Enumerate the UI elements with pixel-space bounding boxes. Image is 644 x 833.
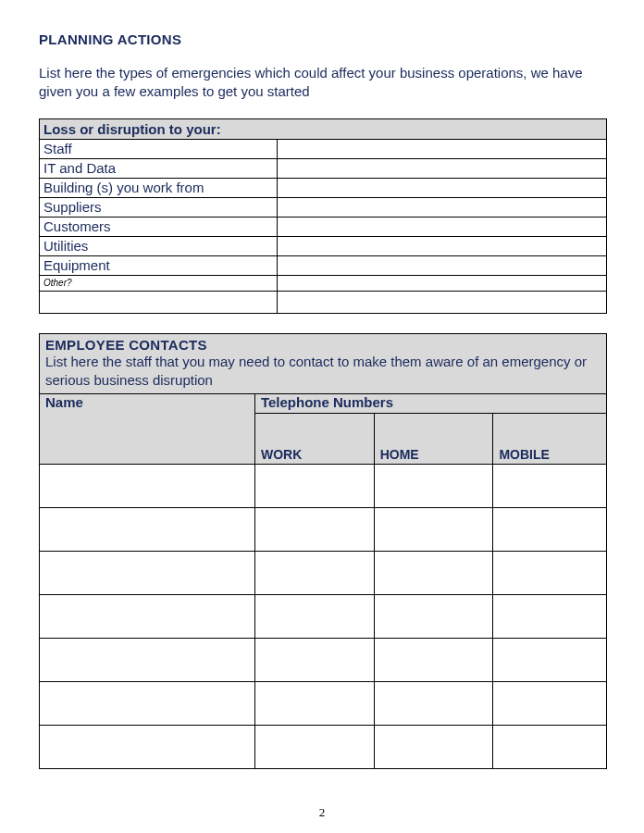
col-phone-header: Telephone Numbers [254,394,606,414]
mobile-cell[interactable] [493,682,607,726]
row-label: Customers [40,217,278,236]
contacts-title: EMPLOYEE CONTACTS [45,337,601,353]
row-value[interactable] [278,275,607,291]
name-cell[interactable] [40,552,255,595]
page-number: 2 [0,805,644,820]
work-cell[interactable] [254,465,374,508]
row-label: IT and Data [40,158,278,178]
row-label: Suppliers [40,197,278,217]
row-value[interactable] [278,197,607,217]
table-row: Customers [40,217,607,236]
work-cell[interactable] [254,639,374,682]
row-label: Equipment [40,255,278,275]
home-cell[interactable] [374,508,493,552]
blank-label[interactable] [40,291,278,313]
mobile-cell[interactable] [493,639,607,682]
home-cell[interactable] [374,595,493,639]
mobile-cell[interactable] [493,465,607,508]
work-cell[interactable] [254,595,374,639]
sub-home-header: HOME [374,414,493,465]
contact-row [40,639,607,682]
col-name-header: Name [40,394,255,465]
name-cell[interactable] [40,508,255,552]
home-cell[interactable] [374,639,493,682]
sub-mobile-header: MOBILE [493,414,607,465]
contact-row [40,552,607,595]
work-cell[interactable] [254,682,374,726]
home-cell[interactable] [374,552,493,595]
row-value[interactable] [278,255,607,275]
disruption-table: Loss or disruption to your: Staff IT and… [39,118,607,314]
row-label: Staff [40,139,278,158]
contact-row [40,465,607,508]
mobile-cell[interactable] [493,508,607,552]
row-label: Utilities [40,236,278,255]
table-row: Staff [40,139,607,158]
name-cell[interactable] [40,726,255,769]
table-row: Utilities [40,236,607,255]
name-cell[interactable] [40,465,255,508]
home-cell[interactable] [374,682,493,726]
contact-row [40,508,607,552]
contacts-desc: List here the staff that you may need to… [45,353,601,391]
table-row: Building (s) you work from [40,178,607,197]
mobile-cell[interactable] [493,595,607,639]
table-row: Equipment [40,255,607,275]
contacts-header-cell: EMPLOYEE CONTACTS List here the staff th… [40,333,607,394]
row-value[interactable] [278,291,607,313]
row-value[interactable] [278,178,607,197]
other-label: Other? [40,275,278,291]
intro-text: List here the types of emergencies which… [39,64,607,102]
table-row: Suppliers [40,197,607,217]
work-cell[interactable] [254,552,374,595]
contacts-table: EMPLOYEE CONTACTS List here the staff th… [39,333,607,770]
table-row: IT and Data [40,158,607,178]
section-title: PLANNING ACTIONS [39,31,607,47]
row-label: Building (s) you work from [40,178,278,197]
home-cell[interactable] [374,726,493,769]
table-row: Other? [40,275,607,291]
home-cell[interactable] [374,465,493,508]
work-cell[interactable] [254,508,374,552]
contact-row [40,726,607,769]
name-cell[interactable] [40,682,255,726]
row-value[interactable] [278,139,607,158]
name-cell[interactable] [40,595,255,639]
table1-header: Loss or disruption to your: [40,118,607,139]
row-value[interactable] [278,158,607,178]
mobile-cell[interactable] [493,726,607,769]
row-value[interactable] [278,236,607,255]
table-row [40,291,607,313]
row-value[interactable] [278,217,607,236]
mobile-cell[interactable] [493,552,607,595]
name-cell[interactable] [40,639,255,682]
sub-work-header: WORK [254,414,374,465]
contact-row [40,682,607,726]
contact-row [40,595,607,639]
work-cell[interactable] [254,726,374,769]
